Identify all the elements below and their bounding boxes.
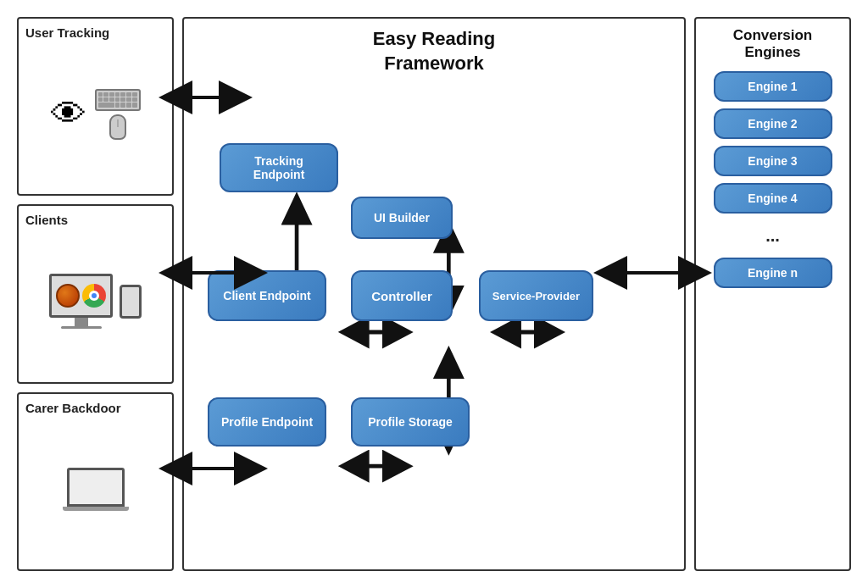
engine-4-box[interactable]: Engine 4 — [714, 183, 832, 214]
user-tracking-title: User Tracking — [25, 25, 165, 40]
main-container: User Tracking 👁 — [0, 0, 868, 588]
engine-3-box[interactable]: Engine 3 — [714, 146, 832, 176]
user-tracking-content: 👁 — [25, 45, 165, 183]
carer-backdoor-title: Carer Backdoor — [25, 401, 165, 415]
firefox-icon — [56, 284, 80, 308]
tablet-icon — [120, 285, 142, 319]
conversion-engines-panel: Conversion Engines Engine 1 Engine 2 Eng… — [694, 17, 851, 571]
engine-1-box[interactable]: Engine 1 — [714, 71, 832, 102]
left-column: User Tracking 👁 — [17, 17, 174, 571]
user-tracking-box: User Tracking 👁 — [17, 17, 174, 196]
client-endpoint-box[interactable]: Client Endpoint — [208, 270, 326, 321]
conversion-engines-title: Conversion Engines — [706, 27, 839, 61]
mouse-icon — [109, 114, 126, 140]
laptop-icon — [63, 468, 129, 511]
eye-icon: 👁 — [51, 94, 86, 135]
clients-title: Clients — [25, 213, 165, 227]
chrome-icon — [82, 284, 106, 308]
engine-dots-box: ... — [714, 220, 832, 251]
engine-2-box[interactable]: Engine 2 — [714, 108, 832, 139]
clients-content — [25, 232, 165, 370]
framework-box: Easy Reading Framework — [182, 17, 686, 571]
framework-title: Easy Reading Framework — [184, 19, 684, 75]
profile-endpoint-box[interactable]: Profile Endpoint — [208, 397, 326, 447]
service-provider-box[interactable]: Service-Provider — [479, 270, 593, 321]
monitor-icon — [49, 274, 113, 329]
clients-box: Clients — [17, 204, 174, 383]
tracking-endpoint-box[interactable]: Tracking Endpoint — [220, 143, 338, 192]
engine-n-box[interactable]: Engine n — [714, 258, 832, 288]
keyboard-icon — [95, 89, 141, 111]
controller-box[interactable]: Controller — [351, 270, 453, 321]
carer-backdoor-box: Carer Backdoor — [17, 392, 174, 571]
carer-backdoor-content — [25, 420, 165, 558]
ui-builder-box[interactable]: UI Builder — [351, 197, 453, 239]
profile-storage-box[interactable]: Profile Storage — [351, 397, 470, 447]
